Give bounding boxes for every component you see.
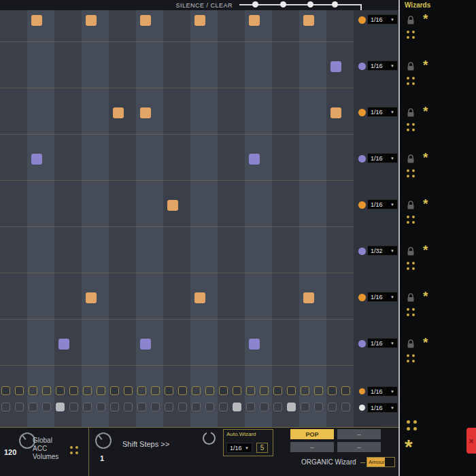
gate-lane-cell-17[interactable] xyxy=(219,403,228,411)
accent-lane-cell-1[interactable] xyxy=(1,386,10,395)
accent-lane-color-dot[interactable] xyxy=(359,388,365,394)
gate-lane-cell-16[interactable] xyxy=(205,403,214,411)
track-7-step-cell-12[interactable] xyxy=(303,292,314,303)
track-4-step-cell-10[interactable] xyxy=(249,154,260,165)
accent-lane-cell-24[interactable] xyxy=(314,386,323,395)
track-4-drag-handle[interactable] xyxy=(407,169,415,177)
accent-lane-cell-12[interactable] xyxy=(151,386,160,395)
track-7-rate-dropdown[interactable]: 1/16▼ xyxy=(367,292,398,302)
track-7-drag-handle[interactable] xyxy=(407,308,415,316)
gate-lane-cell-5[interactable] xyxy=(56,403,65,411)
accent-lane-cell-22[interactable] xyxy=(287,386,296,395)
panic-button[interactable]: × xyxy=(466,428,476,454)
track-7-step-cell-4[interactable] xyxy=(86,292,97,303)
track-6-wizard-button[interactable]: * xyxy=(423,243,428,256)
gate-lane-cell-21[interactable] xyxy=(273,403,282,411)
silence-knob-4[interactable] xyxy=(332,1,338,7)
gate-lane-cell-9[interactable] xyxy=(110,403,119,411)
gate-lane-cell-23[interactable] xyxy=(301,403,309,411)
gate-lane-cell-22[interactable] xyxy=(287,403,296,411)
accent-lane-cell-7[interactable] xyxy=(83,386,92,395)
gate-lane-rate-dropdown[interactable]: 1/16▼ xyxy=(367,403,398,413)
track-4-step-cell-2[interactable] xyxy=(31,154,42,165)
gate-lane-cell-1[interactable] xyxy=(1,403,10,411)
track-5-drag-handle[interactable] xyxy=(407,216,415,224)
silence-knob-3[interactable] xyxy=(307,1,313,7)
track-1-lock-icon[interactable] xyxy=(407,15,415,24)
gate-lane-cell-10[interactable] xyxy=(124,403,133,411)
global-drag-handle[interactable] xyxy=(407,420,417,430)
track-8-step-cell-6[interactable] xyxy=(140,339,151,350)
track-3-step-cell-6[interactable] xyxy=(140,107,151,118)
accent-lane-cell-11[interactable] xyxy=(137,386,146,395)
accent-lane-cell-5[interactable] xyxy=(56,386,65,395)
organic-amount-control[interactable]: Amount xyxy=(367,457,395,467)
accent-lane-cell-9[interactable] xyxy=(110,386,119,395)
accent-lane-cell-3[interactable] xyxy=(29,386,37,395)
preset-button-pop[interactable]: POP xyxy=(290,429,334,439)
track-1-wizard-button[interactable]: * xyxy=(423,12,428,25)
track-4-lock-icon[interactable] xyxy=(407,154,415,163)
gate-lane-cell-6[interactable] xyxy=(69,403,78,411)
track-3-wizard-button[interactable]: * xyxy=(423,105,428,118)
accent-lane-cell-26[interactable] xyxy=(341,386,350,395)
track-3-drag-handle[interactable] xyxy=(407,123,415,131)
track-8-lock-icon[interactable] xyxy=(407,339,415,347)
track-8-drag-handle[interactable] xyxy=(407,354,415,362)
track-3-color-dot[interactable] xyxy=(358,109,366,116)
global-wizard-button[interactable]: * xyxy=(405,437,413,457)
track-6-drag-handle[interactable] xyxy=(407,262,415,270)
gate-lane-cell-15[interactable] xyxy=(192,403,201,411)
track-8-step-cell-10[interactable] xyxy=(249,339,260,350)
track-3-lock-icon[interactable] xyxy=(407,107,415,116)
gate-lane-color-dot[interactable] xyxy=(359,405,365,411)
track-5-rate-dropdown[interactable]: 1/16▼ xyxy=(367,199,398,209)
track-1-step-cell-2[interactable] xyxy=(31,15,42,26)
track-4-color-dot[interactable] xyxy=(358,155,366,163)
preset-button-4[interactable]: -- xyxy=(337,442,381,452)
auto-wizard-count[interactable]: 5 xyxy=(256,443,268,453)
track-8-step-cell-3[interactable] xyxy=(58,339,69,350)
gate-lane-cell-4[interactable] xyxy=(42,403,51,411)
gate-lane-cell-14[interactable] xyxy=(178,403,187,411)
accent-lane-cell-2[interactable] xyxy=(15,386,24,395)
track-5-lock-icon[interactable] xyxy=(407,200,415,209)
track-7-wizard-button[interactable]: * xyxy=(423,290,428,303)
gate-lane-cell-2[interactable] xyxy=(15,403,24,411)
track-3-step-cell-5[interactable] xyxy=(113,107,124,118)
accent-lane-cell-23[interactable] xyxy=(301,386,309,395)
track-1-step-cell-4[interactable] xyxy=(86,15,97,26)
track-4-rate-dropdown[interactable]: 1/16▼ xyxy=(367,153,398,163)
track-1-step-cell-10[interactable] xyxy=(249,15,260,26)
gate-lane-cell-12[interactable] xyxy=(151,403,160,411)
accent-lane-cell-13[interactable] xyxy=(165,386,173,395)
track-1-step-cell-6[interactable] xyxy=(140,15,151,26)
gate-lane-cell-24[interactable] xyxy=(314,403,323,411)
track-2-rate-dropdown[interactable]: 1/16▼ xyxy=(367,61,398,71)
gate-lane-cell-18[interactable] xyxy=(233,403,241,411)
track-2-wizard-button[interactable]: * xyxy=(423,58,428,71)
accent-lane-rate-dropdown[interactable]: 1/16▼ xyxy=(367,386,398,396)
track-3-step-cell-13[interactable] xyxy=(330,107,341,118)
track-8-rate-dropdown[interactable]: 1/16▼ xyxy=(367,338,398,348)
track-8-color-dot[interactable] xyxy=(358,340,366,347)
gate-lane-cell-13[interactable] xyxy=(165,403,173,411)
track-4-wizard-button[interactable]: * xyxy=(423,151,428,164)
track-5-color-dot[interactable] xyxy=(358,201,366,209)
track-8-wizard-button[interactable]: * xyxy=(423,336,428,349)
accent-lane-cell-21[interactable] xyxy=(273,386,282,395)
track-7-color-dot[interactable] xyxy=(358,294,366,301)
track-6-rate-dropdown[interactable]: 1/32▼ xyxy=(367,245,398,256)
accent-lane-cell-18[interactable] xyxy=(233,386,241,395)
accent-lane-cell-15[interactable] xyxy=(192,386,201,395)
gate-lane-cell-7[interactable] xyxy=(83,403,92,411)
track-1-rate-dropdown[interactable]: 1/16▼ xyxy=(367,14,398,24)
gate-lane-cell-19[interactable] xyxy=(246,403,255,411)
gate-lane-cell-8[interactable] xyxy=(97,403,105,411)
gate-lane-cell-26[interactable] xyxy=(341,403,350,411)
track-6-color-dot[interactable] xyxy=(358,248,366,255)
track-1-step-cell-8[interactable] xyxy=(194,15,205,26)
track-7-step-cell-8[interactable] xyxy=(194,292,205,303)
accent-lane-cell-6[interactable] xyxy=(69,386,78,395)
accent-lane-cell-16[interactable] xyxy=(205,386,214,395)
